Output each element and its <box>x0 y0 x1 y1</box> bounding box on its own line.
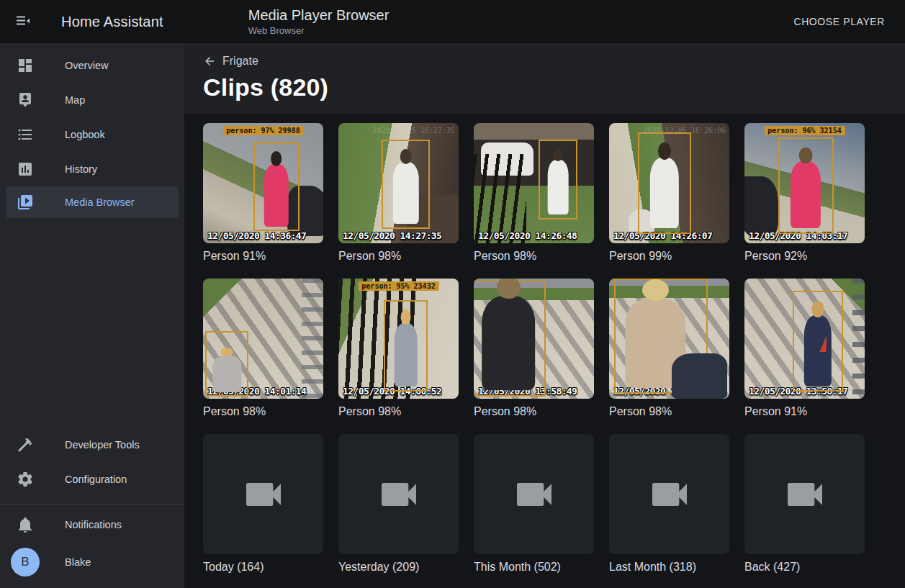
gear-icon <box>17 471 34 488</box>
camera-timestamp: 2020-12-05 16:26:06 <box>644 127 726 135</box>
sidebar-item-notifications[interactable]: Notifications <box>0 507 184 542</box>
sidebar-footer: Developer Tools Configuration Notificati… <box>0 428 184 588</box>
video-camera-icon <box>647 471 693 517</box>
list-icon <box>17 126 34 143</box>
avatar: B <box>11 548 40 576</box>
clip-caption: Person 98% <box>474 250 594 263</box>
person-figure <box>804 315 832 386</box>
person-figure <box>394 323 418 386</box>
app-bar: Home Assistant Media Player Browser Web … <box>0 0 905 43</box>
breadcrumb-label: Frigate <box>222 55 258 68</box>
folder-card-this-month[interactable]: This Month (502) <box>474 434 594 574</box>
folder-thumbnail <box>474 434 594 554</box>
detection-label: person: 97% 29988 <box>222 126 303 135</box>
clip-caption: Person 91% <box>744 405 865 418</box>
clip-thumbnail: person: 97% 29988 12/05/2020 14:36:47 <box>203 123 323 243</box>
sidebar-item-map[interactable]: Map <box>0 83 184 117</box>
detection-bounding-box <box>793 291 843 392</box>
person-figure <box>213 356 241 393</box>
person-figure <box>392 162 418 224</box>
clip-caption: Person 98% <box>609 405 729 418</box>
folder-thumbnail <box>338 434 459 554</box>
clip-caption: Person 98% <box>338 250 459 263</box>
clip-caption: Person 98% <box>474 405 594 418</box>
folder-label: Today (164) <box>203 561 323 574</box>
person-figure <box>650 158 679 228</box>
folder-card-last-month[interactable]: Last Month (318) <box>609 434 729 574</box>
media-browser-content: Frigate Clips (820) person: 97% 29988 12… <box>184 43 905 588</box>
sidebar-item-label: Developer Tools <box>65 439 140 451</box>
bell-icon <box>17 516 34 533</box>
detection-label: person: 95% 23432 <box>358 281 438 291</box>
person-figure <box>548 160 569 214</box>
detection-bounding-box <box>382 140 430 229</box>
menu-open-icon <box>14 13 32 30</box>
sidebar-item-configuration[interactable]: Configuration <box>0 462 184 497</box>
sidebar-item-history[interactable]: History <box>0 152 184 186</box>
sidebar-item-label: Media Browser <box>65 196 135 208</box>
chart-box-icon <box>17 160 34 178</box>
clip-card[interactable]: 12/05/2020 13:58:49 Person 98% <box>474 279 594 418</box>
folder-thumbnail <box>609 434 729 554</box>
folder-label: This Month (502) <box>474 561 594 574</box>
video-camera-icon <box>511 471 557 517</box>
page-title-block: Media Player Browser Web Browser <box>248 7 390 36</box>
detection-bounding-box <box>474 281 546 396</box>
person-figure <box>264 164 289 226</box>
sidebar-item-developer-tools[interactable]: Developer Tools <box>0 428 184 462</box>
page-title: Media Player Browser <box>248 7 390 24</box>
video-camera-icon <box>782 471 828 517</box>
dashboard-icon <box>17 57 34 74</box>
content-header: Frigate Clips (820) <box>184 43 905 114</box>
play-box-multiple-icon <box>17 194 34 211</box>
stroller-shape <box>672 353 727 399</box>
detection-bounding-box <box>205 331 248 396</box>
hammer-icon <box>17 436 34 453</box>
clip-thumbnail: 12/05/2020 13:58:17 <box>744 279 865 399</box>
sidebar-item-media-browser[interactable]: Media Browser <box>6 186 179 218</box>
sidebar-item-logbook[interactable]: Logbook <box>0 117 184 152</box>
folder-label: Back (427) <box>744 561 865 574</box>
person-figure <box>482 296 536 390</box>
sidebar-item-user[interactable]: B Blake <box>0 542 184 582</box>
stroller-shape <box>744 176 778 239</box>
folder-card-yesterday[interactable]: Yesterday (209) <box>338 434 459 574</box>
folder-card-back[interactable]: Back (427) <box>744 434 865 574</box>
clip-card[interactable]: person: 95% 23432 12/05/2020 14:00:52 Pe… <box>338 279 459 418</box>
clip-caption: Person 91% <box>203 250 323 263</box>
sidebar-toggle-button[interactable] <box>7 6 39 37</box>
sidebar-item-label: Overview <box>65 60 108 71</box>
clip-card[interactable]: 12/05/2020 14:26:48 Person 98% <box>474 123 594 263</box>
sidebar-item-label: Map <box>65 94 85 106</box>
clip-thumbnail: 12/05/2020 14:01:14 <box>203 279 323 399</box>
clip-card[interactable]: 12/05/2020 14:01:14 Person 98% <box>203 279 323 418</box>
page-heading: Clips (820) <box>203 73 886 101</box>
folder-label: Last Month (318) <box>609 561 729 574</box>
clip-thumbnail: 12/05/2020 13:58:30 <box>609 279 729 399</box>
clip-timestamp: 12/05/2020 14:36:47 <box>207 230 306 241</box>
clip-thumbnail: person: 96% 32154 12/05/2020 14:03:17 <box>744 123 865 243</box>
sidebar-item-overview[interactable]: Overview <box>0 48 184 83</box>
clip-card[interactable]: 12/05/2020 13:58:30 Person 98% <box>609 279 729 418</box>
detection-bounding-box <box>539 140 577 219</box>
person-figure <box>791 161 821 228</box>
breadcrumb-back[interactable]: Frigate <box>203 55 258 68</box>
sidebar-item-label: History <box>65 163 97 175</box>
folder-card-today[interactable]: Today (164) <box>203 434 323 574</box>
video-camera-icon <box>376 471 422 517</box>
clip-timestamp: 12/05/2020 14:26:48 <box>478 230 577 241</box>
detection-bounding-box <box>253 143 299 232</box>
sidebar-item-label: Logbook <box>65 129 105 140</box>
clip-card[interactable]: 2020-12-05 16:27:35 12/05/2020 14:27:35 … <box>338 123 459 263</box>
detection-bounding-box <box>384 300 427 392</box>
arrow-left-icon <box>203 55 216 68</box>
sidebar: Overview Map Logbook History Media Brows… <box>0 43 184 588</box>
sidebar-spacer <box>0 218 184 428</box>
choose-player-button[interactable]: CHOOSE PLAYER <box>789 10 889 33</box>
sidebar-nav: Overview Map Logbook History Media Brows… <box>0 43 184 218</box>
detection-label: person: 96% 32154 <box>764 126 845 135</box>
clip-card[interactable]: 12/05/2020 13:58:17 Person 91% <box>744 279 865 418</box>
clip-card[interactable]: person: 96% 32154 12/05/2020 14:03:17 Pe… <box>744 123 865 263</box>
clip-card[interactable]: 2020-12-05 16:26:06 12/05/2020 14:26:07 … <box>609 123 729 263</box>
clip-card[interactable]: person: 97% 29988 12/05/2020 14:36:47 Pe… <box>203 123 323 263</box>
